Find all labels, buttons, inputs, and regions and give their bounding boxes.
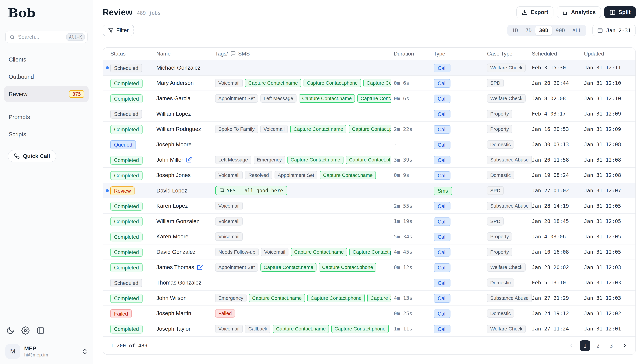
table-row[interactable]: CompletedKaren LopezVoicemail2m 55sCallS… [103, 198, 636, 214]
analytics-button[interactable]: Analytics [557, 6, 601, 18]
duration-value: 4m 13s [394, 295, 434, 301]
note-edit-icon[interactable] [186, 157, 192, 163]
date-picker-button[interactable]: Jan 2-31 [592, 25, 636, 36]
status-badge: Completed [110, 125, 142, 134]
col-type[interactable]: Type [434, 51, 487, 57]
note-edit-icon[interactable] [197, 264, 203, 270]
sidebar-item-prompts[interactable]: Prompts [4, 109, 89, 125]
table-row[interactable]: CompletedDavid GonzalezNeeds Follow-upVo… [103, 244, 636, 260]
user-menu[interactable]: M MEP hi@mep.im [0, 340, 93, 364]
col-scheduled[interactable]: Scheduled [532, 51, 584, 57]
case-type-badge: Substance Abuse [487, 294, 532, 302]
page-button-3[interactable]: 3 [606, 340, 617, 351]
range-segment-7d[interactable]: 7D [522, 26, 535, 35]
range-segment-30d[interactable]: 30D [535, 26, 552, 35]
table-row[interactable]: CompletedJames ThomasAppointment SetCapt… [103, 260, 636, 275]
tag-chip: Capture Contact.name [320, 171, 376, 180]
tags-cell: EmergencyCapture Contact.nameCapture Con… [215, 294, 390, 302]
table-header: Status Name Tags/ SMS Duration Type Case… [103, 48, 636, 60]
status-badge: Scheduled [110, 279, 142, 288]
app-window: Bob Search... Alt+K ClientsOutboundRevie… [0, 0, 644, 364]
updated-value: Jan 31 12:10 [584, 80, 636, 86]
duration-value: - [394, 142, 434, 148]
scheduled-value: Jan 27 11:24 [532, 326, 584, 332]
range-segment-all[interactable]: ALL [569, 26, 585, 35]
table-row[interactable]: ScheduledMichael Gonzalez-CallWelfare Ch… [103, 60, 636, 75]
next-page-button[interactable] [619, 340, 630, 351]
col-name[interactable]: Name [156, 51, 215, 57]
quick-call-button[interactable]: Quick Call [8, 150, 56, 162]
sidebar-item-outbound[interactable]: Outbound [4, 68, 89, 85]
search-input[interactable]: Search... Alt+K [5, 31, 88, 43]
split-button[interactable]: Split [604, 6, 636, 18]
table-body: ScheduledMichael Gonzalez-CallWelfare Ch… [103, 60, 636, 336]
table-row[interactable]: CompletedWilliam RodriguezSpoke To Famil… [103, 121, 636, 137]
duration-value: - [394, 188, 434, 194]
table-row[interactable]: CompletedJoseph TaylorVoicemailCallbackC… [103, 321, 636, 336]
status-badge: Completed [110, 294, 142, 303]
case-type-badge: Domestic [487, 171, 514, 180]
table-row[interactable]: CompletedJoseph JonesVoicemailResolvedAp… [103, 167, 636, 183]
updated-value: Jan 31 12:10 [584, 96, 636, 102]
table-row[interactable]: CompletedKaren MooreVoicemail5m 34sCallP… [103, 229, 636, 244]
case-type-badge: Welfare Check [487, 324, 526, 333]
case-type-badge: Property [487, 248, 512, 256]
sidebar-item-review[interactable]: Review375 [4, 86, 89, 102]
type-badge: Call [434, 156, 451, 164]
tag-chip: Left Message [215, 156, 251, 164]
table-row[interactable]: CompletedJohn MillerLeft MessageEmergenc… [103, 152, 636, 168]
case-type-badge: Property [487, 110, 512, 118]
duration-value: 5m 34s [394, 234, 434, 240]
tag-chip: Capture Contact.phone [349, 248, 390, 256]
range-segment-90d[interactable]: 90D [552, 26, 569, 35]
table-row[interactable]: CompletedMary AndersonVoicemailCapture C… [103, 75, 636, 91]
tag-chip: Appointment Set [274, 171, 317, 180]
duration-value: 2m 55s [394, 203, 434, 209]
tag-chip: Failed [215, 309, 235, 318]
prev-page-button[interactable] [566, 340, 577, 351]
sidebar-nav: ClientsOutboundReview375PromptsScripts [0, 51, 93, 142]
page-button-1[interactable]: 1 [580, 340, 590, 351]
table-row[interactable]: FailedJoseph MartinFailed0m 25sCallDomes… [103, 306, 636, 321]
sidebar-item-clients[interactable]: Clients [4, 51, 89, 68]
status-badge: Completed [110, 263, 142, 272]
col-tags-sms[interactable]: Tags/ SMS [215, 51, 390, 57]
table-row[interactable]: QueuedJoseph Moore-CallDomesticJan 30 03… [103, 137, 636, 152]
updated-value: Jan 31 12:03 [584, 264, 636, 270]
table-row[interactable]: ScheduledWilliam Lopez-CallPropertyFeb 4… [103, 106, 636, 122]
table-row[interactable]: ReviewDavid LopezYES - all good here-Sms… [103, 183, 636, 198]
col-case-type[interactable]: Case Type [487, 51, 532, 57]
table-row[interactable]: ScheduledThomas Gonzalez-CallDomesticFeb… [103, 275, 636, 290]
settings-button[interactable] [21, 326, 30, 335]
col-updated[interactable]: Updated [584, 51, 636, 57]
job-name: William Lopez [156, 111, 191, 117]
updated-value: Jan 31 12:05 [584, 249, 636, 255]
type-badge: Call [434, 125, 451, 134]
updated-value: Jan 31 12:02 [584, 310, 636, 316]
range-segment-1d[interactable]: 1D [508, 26, 522, 35]
phone-icon [14, 153, 20, 159]
jobs-table-card: Status Name Tags/ SMS Duration Type Case… [103, 47, 636, 355]
tag-chip: Capture Contact.phone [308, 294, 365, 302]
dark-mode-toggle[interactable] [6, 326, 14, 335]
job-name: James Garcia [156, 95, 191, 102]
table-row[interactable]: CompletedJohn WilsonEmergencyCapture Con… [103, 290, 636, 306]
unread-dot [106, 189, 109, 192]
table-row[interactable]: CompletedWilliam GonzalezVoicemail1m 19s… [103, 214, 636, 229]
collapse-sidebar-button[interactable] [36, 326, 45, 335]
table-row[interactable]: CompletedJames GarciaAppointment SetLeft… [103, 90, 636, 106]
col-status[interactable]: Status [110, 51, 156, 57]
sidebar-item-scripts[interactable]: Scripts [4, 126, 89, 142]
updated-value: Jan 31 12:05 [584, 234, 636, 240]
duration-value: - [394, 280, 434, 286]
jobs-count: 489 jobs [137, 10, 160, 16]
duration-value: 2m 22s [394, 126, 434, 132]
col-duration[interactable]: Duration [394, 51, 434, 57]
page-button-2[interactable]: 2 [593, 340, 604, 351]
tags-cell: Failed [215, 309, 390, 318]
scheduled-value: Jan 27 01:02 [532, 188, 584, 194]
scheduled-value: Jan 10 16:08 [532, 249, 584, 255]
filter-button[interactable]: Filter [103, 25, 134, 36]
export-button[interactable]: Export [516, 6, 554, 18]
analytics-label: Analytics [571, 9, 596, 16]
